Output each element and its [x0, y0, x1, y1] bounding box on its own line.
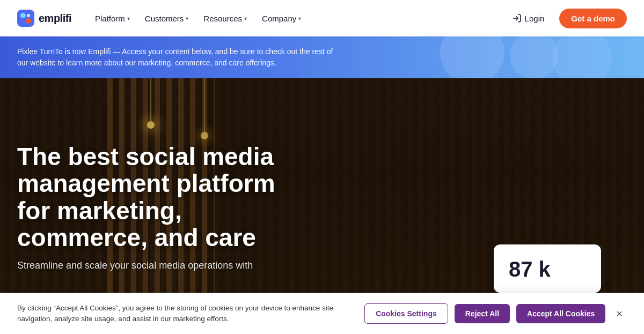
stat-card: 87 k [494, 244, 601, 293]
cookie-text: By clicking “Accept All Cookies”, you ag… [17, 303, 352, 325]
logo-text: emplifi [39, 12, 71, 25]
accept-all-cookies-button[interactable]: Accept All Cookies [516, 304, 605, 323]
platform-chevron-icon: ▾ [127, 16, 130, 21]
resources-chevron-icon: ▾ [244, 16, 247, 21]
logo[interactable]: emplifi [17, 10, 71, 27]
announcement-text: Pixlee TurnTo is now Emplifi — Access yo… [17, 46, 339, 69]
nav-actions: Login Get a demo [506, 9, 627, 28]
cookies-settings-button[interactable]: Cookies Settings [364, 303, 448, 324]
reject-all-button[interactable]: Reject All [455, 304, 510, 323]
announcement-banner: Pixlee TurnTo is now Emplifi — Access yo… [0, 36, 644, 78]
customers-chevron-icon: ▾ [186, 16, 188, 21]
login-icon [512, 13, 522, 23]
cookie-banner: By clicking “Accept All Cookies”, you ag… [0, 293, 644, 335]
cookie-actions: Cookies Settings Reject All Accept All C… [364, 303, 627, 324]
get-demo-button[interactable]: Get a demo [559, 9, 627, 28]
svg-point-2 [26, 18, 31, 24]
stat-number: 87 k [509, 255, 586, 282]
svg-point-1 [20, 13, 26, 18]
close-cookie-banner-button[interactable]: × [612, 306, 627, 321]
hero-section: Pixlee TurnTo is now Emplifi — Access yo… [0, 36, 644, 334]
nav-item-company[interactable]: Company ▾ [255, 10, 308, 27]
nav-item-platform[interactable]: Platform ▾ [89, 10, 136, 27]
nav-item-customers[interactable]: Customers ▾ [138, 10, 195, 27]
login-button[interactable]: Login [506, 9, 551, 27]
nav-item-resources[interactable]: Resources ▾ [197, 10, 253, 27]
stat-value: 87 k [509, 257, 551, 281]
emplifi-logo-icon [17, 10, 34, 27]
hero-title: The best social media management platfor… [17, 143, 312, 251]
company-chevron-icon: ▾ [298, 16, 301, 21]
hero-image: The best social media management platfor… [0, 78, 644, 303]
nav-links: Platform ▾ Customers ▾ Resources ▾ Compa… [89, 10, 506, 27]
svg-rect-0 [17, 10, 34, 27]
navbar: emplifi Platform ▾ Customers ▾ Resources… [0, 0, 644, 36]
hero-subtitle: Streamline and scale your social media o… [17, 260, 275, 271]
svg-point-3 [27, 14, 30, 17]
hero-content: The best social media management platfor… [17, 143, 312, 271]
